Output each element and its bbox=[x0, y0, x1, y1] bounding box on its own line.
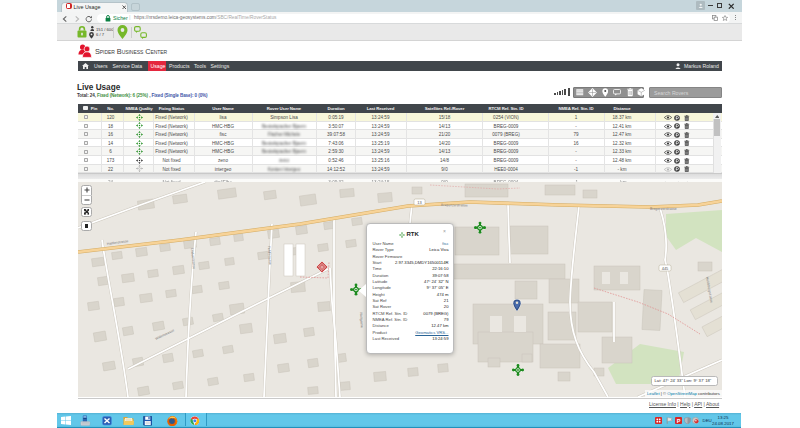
svg-text:445: 445 bbox=[662, 266, 669, 271]
svg-text:13: 13 bbox=[417, 200, 422, 205]
svg-text:P: P bbox=[676, 418, 680, 424]
svg-text:Bregenzerstrasse: Bregenzerstrasse bbox=[441, 203, 468, 207]
svg-text:Wattgasse: Wattgasse bbox=[359, 312, 364, 328]
svg-text:Bregenzerstrasse: Bregenzerstrasse bbox=[650, 207, 677, 211]
